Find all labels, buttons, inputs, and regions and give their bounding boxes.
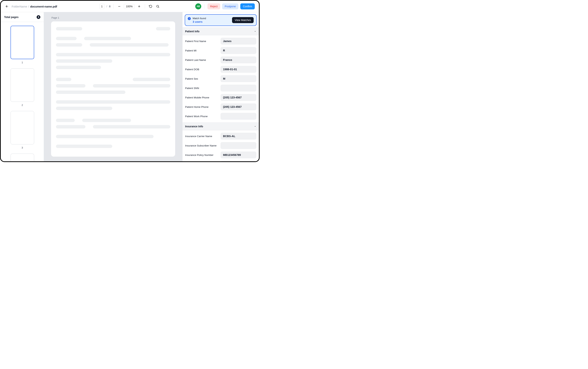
chevron-down-icon — [254, 125, 256, 127]
zoom-in-button[interactable] — [136, 4, 142, 9]
section-header-patient-info[interactable]: Patient Info — [182, 27, 259, 35]
user-avatar[interactable]: AB — [195, 3, 201, 9]
page-thumbnail-3[interactable] — [10, 111, 34, 144]
svg-line-5 — [158, 7, 159, 8]
field-row: Insurance Policy Number — [185, 150, 257, 160]
match-banner: ! Match found 3 users View Matches — [185, 14, 257, 26]
field-input[interactable] — [221, 75, 256, 82]
field-input[interactable] — [221, 66, 256, 73]
field-label: Patient First Name — [185, 40, 218, 43]
document-page — [51, 21, 175, 157]
chevron-down-icon — [254, 30, 256, 32]
view-matches-button[interactable]: View Matches — [232, 17, 254, 23]
field-input[interactable] — [221, 47, 256, 54]
field-input[interactable] — [221, 133, 256, 140]
field-input[interactable] — [221, 103, 256, 110]
field-label: Patient DOB — [185, 68, 218, 71]
field-row: Patient First Name — [185, 36, 257, 46]
page-thumbnail-2[interactable] — [10, 68, 34, 102]
page-label: Page 1 — [51, 16, 175, 19]
breadcrumb-separator: / — [28, 5, 29, 8]
field-label: Patient SNN — [185, 87, 218, 90]
reject-button[interactable]: Reject — [207, 3, 220, 9]
field-label: Insurance Subscriber Name — [185, 144, 218, 147]
field-input[interactable] — [221, 142, 256, 149]
field-row: Patient Mobile Phone — [185, 93, 257, 102]
page-count-badge: 8 — [37, 15, 40, 19]
field-input[interactable] — [221, 113, 256, 120]
thumbnail-label: 1 — [21, 61, 23, 64]
field-input[interactable] — [221, 85, 256, 92]
sidebar-title: Total pages — [4, 16, 19, 19]
minus-icon — [118, 5, 121, 8]
field-label: Insurance Policy Number — [185, 154, 218, 156]
thumbnail-sidebar: Total pages 8 1 2 3 — [1, 12, 44, 161]
field-row: Patient Last Name — [185, 55, 257, 65]
divider — [145, 4, 145, 9]
field-input[interactable] — [221, 57, 256, 63]
search-button[interactable] — [155, 4, 160, 9]
search-icon — [156, 5, 159, 8]
postpone-button[interactable]: Postpone — [222, 3, 238, 9]
page-thumbnail-4[interactable] — [10, 154, 34, 161]
field-row: Insurance Group Number — [185, 160, 257, 161]
back-button[interactable] — [5, 4, 9, 9]
thumbnail-label: 3 — [21, 146, 23, 149]
section-body-insurance-info: Insurance Carrier NameInsurance Subscrib… — [185, 130, 257, 161]
field-label: Patient MI — [185, 49, 218, 52]
section-title: Patient Info — [185, 30, 199, 33]
breadcrumb: FolderName / document-name.pdf — [12, 5, 57, 8]
field-row: Insurance Carrier Name — [185, 132, 257, 141]
breadcrumb-file: document-name.pdf — [30, 5, 57, 8]
page-separator: / — [106, 5, 107, 8]
field-row: Patient Home Phone — [185, 102, 257, 112]
field-row: Patient DOB — [185, 65, 257, 74]
thumbnail-label: 2 — [21, 104, 23, 106]
field-input[interactable] — [221, 152, 256, 158]
page-number-input[interactable] — [99, 4, 105, 9]
field-input[interactable] — [221, 94, 256, 101]
field-input[interactable] — [221, 38, 256, 44]
section-body-patient-info: Patient First NamePatient MIPatient Last… — [185, 35, 257, 123]
field-label: Patient Home Phone — [185, 105, 218, 108]
zoom-out-button[interactable] — [117, 4, 122, 9]
field-label: Insurance Carrier Name — [185, 135, 218, 138]
plus-icon — [138, 5, 141, 8]
field-row: Patient MI — [185, 46, 257, 55]
field-row: Patient Sex — [185, 74, 257, 83]
field-row: Patient Work Phone — [185, 112, 257, 121]
field-row: Insurance Subscriber Name — [185, 141, 257, 150]
breadcrumb-folder[interactable]: FolderName — [12, 5, 27, 8]
section-title: Insurance Info — [185, 125, 203, 128]
rotate-button[interactable] — [148, 4, 153, 9]
zoom-value[interactable]: 100% — [124, 4, 135, 9]
confirm-button[interactable]: Confirm — [240, 3, 255, 9]
field-label: Patient Last Name — [185, 59, 218, 62]
field-row: Patient SNN — [185, 83, 257, 93]
arrow-left-icon — [5, 5, 9, 8]
field-label: Patient Sex — [185, 77, 218, 80]
rotate-ccw-icon — [149, 5, 152, 8]
field-label: Patient Work Phone — [185, 115, 218, 118]
document-viewer[interactable]: Page 1 — [44, 12, 182, 161]
page-thumbnail-1[interactable] — [10, 26, 34, 59]
section-header-insurance-info[interactable]: Insurance Info — [182, 123, 259, 130]
caret-down-icon — [254, 125, 256, 127]
match-title: Match found — [193, 17, 206, 20]
match-subtitle: 3 users — [193, 20, 206, 23]
details-panel: ! Match found 3 users View Matches Patie… — [182, 12, 259, 161]
thumbnail-list[interactable]: 1 2 3 — [1, 22, 44, 161]
divider — [204, 4, 204, 9]
field-label: Patient Mobile Phone — [185, 96, 218, 99]
page-total: 8 — [109, 5, 111, 8]
divider — [113, 4, 114, 9]
field-input[interactable] — [221, 161, 256, 161]
info-icon: ! — [188, 17, 191, 20]
caret-down-icon — [254, 30, 256, 32]
